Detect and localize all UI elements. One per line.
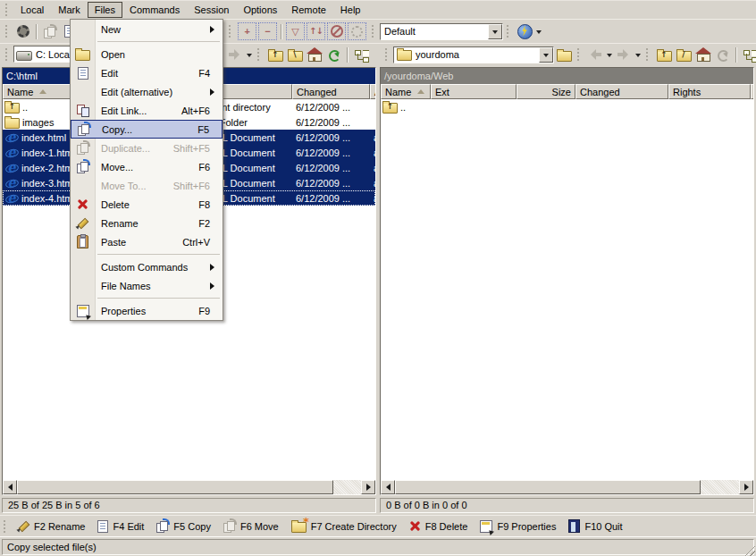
toolbar-grip[interactable] [507,25,511,38]
toolbar-grip[interactable] [257,48,262,61]
select-button[interactable]: + [238,22,256,40]
refresh-button-left[interactable] [324,46,344,63]
toolbar-grip[interactable] [5,48,10,61]
column-ext[interactable]: Ext [431,84,517,99]
column-attr[interactable]: Attr [370,84,375,99]
toolbar-grip[interactable] [577,48,582,61]
forward-button-left[interactable] [225,46,245,63]
column-changed[interactable]: Changed [575,84,668,99]
parent-directory-button-right[interactable]: ↑ [654,46,674,63]
menu-item-new[interactable]: New [71,20,223,38]
home-directory-button-right[interactable] [693,46,713,63]
f2-rename-button[interactable]: F2 Rename [12,518,91,534]
column-changed[interactable]: Changed [292,84,370,99]
refresh-button-right[interactable] [713,46,733,63]
directory-tree-button-left[interactable] [351,46,371,63]
scroll-left-button[interactable] [3,480,17,494]
toolbar-grip[interactable] [385,48,390,61]
delete-x-icon [77,198,88,210]
forward-history-dropdown[interactable] [634,46,643,63]
menu-item-move[interactable]: Move...F6 [71,157,223,176]
filter-button[interactable]: ▽ [286,22,305,40]
session-combo-arrow[interactable] [488,24,502,39]
column-size[interactable]: Size [517,84,575,99]
scroll-right-button[interactable] [361,480,375,494]
menu-session[interactable]: Session [187,2,236,18]
unselect-all-button[interactable] [327,22,346,40]
toolbar-grip[interactable] [5,25,10,38]
explore-directory-button-left[interactable]: \ [285,46,305,63]
menu-item-custom-commands[interactable]: Custom Commands [71,257,223,276]
menu-commands[interactable]: Commands [122,2,187,18]
menu-item-copy[interactable]: Copy...F5 [71,120,223,139]
column-rights[interactable]: Rights [668,84,751,99]
menu-item-paste[interactable]: PasteCtrl+V [71,232,223,251]
menu-item-properties[interactable]: PropertiesF9 [71,301,223,320]
menu-mark[interactable]: Mark [51,2,87,18]
connect-button[interactable] [515,22,534,40]
drive-combo[interactable]: C: Local D [13,46,76,63]
scrollbar-track[interactable] [333,480,361,494]
file-row[interactable]: ↑.. [381,99,753,114]
column-name[interactable]: Name [381,84,431,99]
html-file-icon [4,162,19,174]
f9-properties-button[interactable]: F9 Properties [474,518,562,535]
menu-files[interactable]: Files [88,2,122,18]
scroll-right-button[interactable] [739,480,753,494]
delete-x-icon [409,520,421,532]
move-icon [77,161,89,173]
remote-dir-combo[interactable]: yourdoma [393,46,554,63]
f5-copy-button[interactable]: F5 Copy [150,518,217,534]
directory-tree-button-right[interactable] [740,46,756,63]
toolbar-grip[interactable] [646,48,651,61]
menu-item-delete[interactable]: DeleteF8 [71,195,223,214]
menu-item-move-to[interactable]: Move To...Shift+F6 [71,176,223,195]
open-directory-button[interactable] [554,46,574,63]
scrollbar-thumb[interactable] [395,480,701,494]
f7-create-directory-button[interactable]: *F7 Create Directory [285,518,403,535]
menu-item-file-names[interactable]: File Names [71,276,223,295]
explore-directory-button-right[interactable]: / [674,46,693,63]
f4-edit-button[interactable]: F4 Edit [91,518,150,535]
scroll-left-button[interactable] [381,480,395,494]
menu-item-rename[interactable]: RenameF2 [71,214,223,232]
toolbar-grip[interactable] [4,520,8,533]
f8-delete-button[interactable]: F8 Delete [403,518,475,534]
preferences-button[interactable] [13,22,33,40]
f10-quit-button[interactable]: F10 Quit [562,518,628,535]
toolbar-grip[interactable] [229,25,233,38]
remote-dir-combo-arrow[interactable] [539,47,553,63]
connect-dropdown[interactable] [534,23,543,39]
menu-item-edit-alternative[interactable]: Edit (alternative) [71,82,223,101]
restore-selection-button[interactable] [348,22,366,40]
scrollbar-thumb[interactable] [17,480,333,494]
menu-remote[interactable]: Remote [284,2,333,18]
menu-help[interactable]: Help [333,2,368,18]
menu-item-edit-link[interactable]: Edit Link...Alt+F6 [71,101,223,120]
toolbar-grip[interactable] [372,25,376,38]
remote-horizontal-scrollbar[interactable] [381,480,753,494]
menu-item-edit[interactable]: EditF4 [71,63,223,82]
f6-move-button[interactable]: F6 Move [217,518,285,534]
menu-local[interactable]: Local [13,2,51,18]
remote-path-bar[interactable]: /yourdoma/Web [381,68,753,84]
local-horizontal-scrollbar[interactable] [3,480,375,494]
scrollbar-track[interactable] [701,480,739,494]
column-owner[interactable]: Owner [751,84,753,99]
back-history-dropdown[interactable] [605,46,614,63]
column-name[interactable]: Name [3,84,71,99]
forward-button-right[interactable] [614,46,634,63]
synchronize-button[interactable] [40,22,60,40]
unselect-button[interactable]: − [258,22,277,40]
menu-options[interactable]: Options [236,2,284,18]
parent-directory-button-left[interactable]: ↑ [265,46,285,63]
back-button-right[interactable] [585,46,605,63]
session-combo[interactable]: Default [380,23,503,40]
selection-updown-button[interactable]: ↑↓ [307,22,325,40]
menubar-grip[interactable] [5,4,10,16]
menu-item-duplicate[interactable]: Duplicate...Shift+F5 [71,139,223,157]
forward-history-dropdown[interactable] [245,46,254,63]
menu-item-open[interactable]: Open [71,45,223,63]
home-directory-button-left[interactable] [305,46,324,63]
function-key-bar: F2 Rename F4 Edit F5 Copy F6 Move *F7 Cr… [0,515,756,536]
